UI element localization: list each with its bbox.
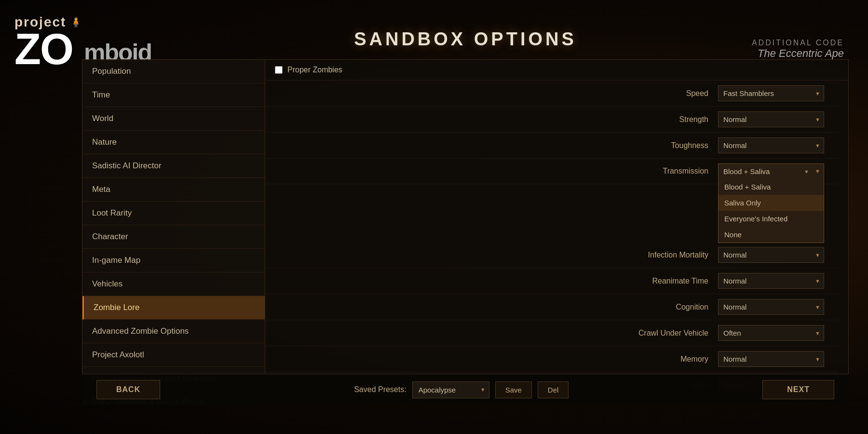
transmission-dropdown-menu: Blood + Saliva Saliva Only Everyone's In… bbox=[718, 179, 824, 243]
strength-dropdown-wrapper: Normal Weak Strong Superhuman bbox=[718, 111, 824, 127]
setting-label-toughness: Toughness bbox=[275, 141, 718, 150]
speed-dropdown-wrapper: Fast Shamblers Shamblers Sprinters Norma… bbox=[718, 85, 824, 101]
setting-control-memory: Normal None Short Long bbox=[718, 351, 824, 367]
setting-control-strength: Normal Weak Strong Superhuman bbox=[718, 111, 824, 127]
cognition-dropdown[interactable]: Normal Navigate + Use Doors Navigate Bas… bbox=[718, 299, 824, 315]
memory-dropdown[interactable]: Normal None Short Long bbox=[718, 351, 824, 367]
proper-zombies-row: Proper Zombies bbox=[265, 60, 848, 81]
setting-row-cognition: Cognition Normal Navigate + Use Doors Na… bbox=[265, 294, 839, 320]
page-title: SANDBOX OPTIONS bbox=[82, 29, 849, 50]
setting-row-infection-mortality: Infection Mortality Normal None Low High bbox=[265, 242, 839, 268]
sidebar: Population Time World Nature Sadistic AI… bbox=[82, 59, 265, 405]
sidebar-item-vehicles[interactable]: Vehicles bbox=[82, 272, 265, 296]
speed-dropdown[interactable]: Fast Shamblers Shamblers Sprinters Norma… bbox=[718, 85, 824, 101]
save-button[interactable]: Save bbox=[495, 381, 532, 398]
presets-dropdown-wrapper: Apocalypse Survivor Beginner bbox=[412, 381, 489, 398]
transmission-dropdown-display[interactable]: Blood + Saliva ▼ bbox=[718, 163, 824, 179]
cognition-dropdown-wrapper: Normal Navigate + Use Doors Navigate Bas… bbox=[718, 299, 824, 315]
sidebar-item-sadistic-ai[interactable]: Sadistic AI Director bbox=[82, 154, 265, 178]
setting-label-cognition: Cognition bbox=[275, 303, 718, 312]
transmission-current-value: Blood + Saliva bbox=[723, 167, 770, 176]
setting-label-strength: Strength bbox=[275, 115, 718, 124]
main-panel: Proper Zombies Speed Fast Shamblers Sham… bbox=[265, 59, 849, 405]
crawl-under-vehicle-dropdown-wrapper: Often Rarely Never bbox=[718, 325, 824, 341]
setting-row-reanimate-time: Reanimate Time Normal Instant 0-12 Hours… bbox=[265, 268, 839, 294]
transmission-dropdown-wrapper: Blood + Saliva ▼ Blood + Saliva Saliva O… bbox=[718, 163, 824, 179]
infection-mortality-dropdown[interactable]: Normal None Low High bbox=[718, 247, 824, 263]
setting-row-crawl-under-vehicle: Crawl Under Vehicle Often Rarely Never bbox=[265, 320, 839, 346]
setting-control-cognition: Normal Navigate + Use Doors Navigate Bas… bbox=[718, 299, 824, 315]
sidebar-item-in-game-map[interactable]: In-game Map bbox=[82, 249, 265, 272]
sidebar-item-nature[interactable]: Nature bbox=[82, 131, 265, 154]
setting-label-memory: Memory bbox=[275, 355, 718, 364]
sidebar-item-meta[interactable]: Meta bbox=[82, 178, 265, 202]
infection-mortality-dropdown-wrapper: Normal None Low High bbox=[718, 247, 824, 263]
setting-control-infection-mortality: Normal None Low High bbox=[718, 247, 824, 263]
setting-label-infection-mortality: Infection Mortality bbox=[275, 251, 718, 259]
setting-control-speed: Fast Shamblers Shamblers Sprinters Norma… bbox=[718, 85, 824, 101]
crawl-under-vehicle-dropdown[interactable]: Often Rarely Never bbox=[718, 325, 824, 341]
transmission-option-blood-saliva[interactable]: Blood + Saliva bbox=[719, 179, 824, 195]
memory-dropdown-wrapper: Normal None Short Long bbox=[718, 351, 824, 367]
sidebar-item-time[interactable]: Time bbox=[82, 83, 265, 107]
presets-dropdown[interactable]: Apocalypse Survivor Beginner bbox=[412, 381, 489, 398]
setting-row-memory: Memory Normal None Short Long bbox=[265, 346, 839, 372]
toughness-dropdown-wrapper: Normal Fragile Tough Supernatural bbox=[718, 137, 824, 153]
content-area: Population Time World Nature Sadistic AI… bbox=[82, 59, 849, 405]
setting-label-speed: Speed bbox=[275, 89, 718, 98]
transmission-option-none[interactable]: None bbox=[719, 227, 824, 243]
transmission-option-saliva-only[interactable]: Saliva Only bbox=[719, 195, 824, 211]
toughness-dropdown[interactable]: Normal Fragile Tough Supernatural bbox=[718, 137, 824, 153]
reanimate-time-dropdown-wrapper: Normal Instant 0-12 Hours 2-3 Days bbox=[718, 273, 824, 289]
transmission-option-everyones-infected[interactable]: Everyone's Infected bbox=[719, 211, 824, 227]
settings-scroll[interactable]: Speed Fast Shamblers Shamblers Sprinters… bbox=[265, 81, 848, 405]
sidebar-item-character[interactable]: Character bbox=[82, 225, 265, 249]
proper-zombies-label[interactable]: Proper Zombies bbox=[287, 66, 342, 74]
proper-zombies-checkbox[interactable] bbox=[275, 66, 283, 74]
next-button[interactable]: NEXT bbox=[762, 380, 834, 399]
strength-dropdown[interactable]: Normal Weak Strong Superhuman bbox=[718, 111, 824, 127]
setting-control-toughness: Normal Fragile Tough Supernatural bbox=[718, 137, 824, 153]
setting-label-crawl-under-vehicle: Crawl Under Vehicle bbox=[275, 329, 718, 338]
sidebar-item-population[interactable]: Population bbox=[82, 60, 265, 83]
sidebar-item-world[interactable]: World bbox=[82, 107, 265, 131]
setting-row-toughness: Toughness Normal Fragile Tough Supernatu… bbox=[265, 133, 839, 159]
setting-row-speed: Speed Fast Shamblers Shamblers Sprinters… bbox=[265, 81, 839, 107]
setting-label-transmission: Transmission bbox=[275, 167, 718, 176]
reanimate-time-dropdown[interactable]: Normal Instant 0-12 Hours 2-3 Days bbox=[718, 273, 824, 289]
presets-area: Saved Presets: Apocalypse Survivor Begin… bbox=[354, 381, 569, 398]
bottom-bar: BACK Saved Presets: Apocalypse Survivor … bbox=[82, 374, 849, 405]
transmission-arrow-icon: ▼ bbox=[804, 169, 809, 175]
setting-control-transmission: Blood + Saliva ▼ Blood + Saliva Saliva O… bbox=[718, 163, 824, 179]
sidebar-item-zombie-lore[interactable]: Zombie Lore bbox=[82, 296, 265, 320]
setting-row-strength: Strength Normal Weak Strong Superhuman bbox=[265, 107, 839, 133]
setting-control-reanimate-time: Normal Instant 0-12 Hours 2-3 Days bbox=[718, 273, 824, 289]
setting-row-transmission: Transmission Blood + Saliva ▼ Blood + Sa… bbox=[265, 159, 839, 184]
sidebar-item-advanced-zombie[interactable]: Advanced Zombie Options bbox=[82, 320, 265, 343]
back-button[interactable]: BACK bbox=[96, 380, 160, 399]
setting-label-reanimate-time: Reanimate Time bbox=[275, 277, 718, 285]
del-button[interactable]: Del bbox=[538, 381, 569, 398]
logo-zomboid-text: ZO bbox=[14, 25, 73, 73]
presets-label: Saved Presets: bbox=[354, 385, 407, 394]
sidebar-item-loot-rarity[interactable]: Loot Rarity bbox=[82, 202, 265, 225]
main-container: SANDBOX OPTIONS Population Time World Na… bbox=[82, 29, 849, 405]
setting-control-crawl-under-vehicle: Often Rarely Never bbox=[718, 325, 824, 341]
sidebar-item-project-axolotl[interactable]: Project Axolotl bbox=[82, 343, 265, 367]
